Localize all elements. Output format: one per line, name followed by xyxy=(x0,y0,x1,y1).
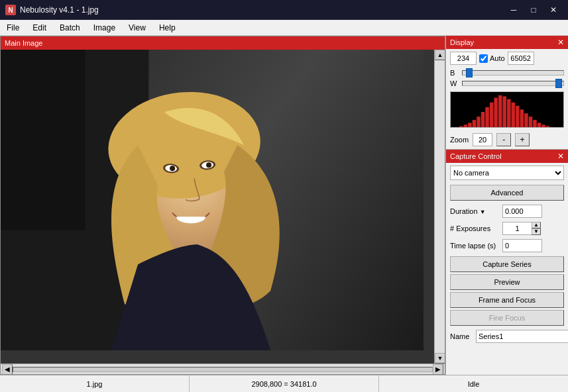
capture-section: Capture Control ✕ No camera Advanced Dur… xyxy=(446,150,568,345)
display-section: Display ✕ Auto B W xyxy=(446,36,568,150)
name-label: Name xyxy=(450,332,473,340)
zoom-minus-button[interactable]: - xyxy=(496,133,511,146)
w-label: W xyxy=(450,79,459,87)
status-bar: 1.jpg 2908,800 = 34181.0 Idle xyxy=(0,375,568,392)
fine-focus-button[interactable]: Fine Focus xyxy=(450,310,564,326)
black-slider-row: B xyxy=(446,68,568,78)
duration-row: Duration ▼ xyxy=(446,203,568,220)
white-slider-row: W xyxy=(446,78,568,89)
horizontal-scrollbar[interactable]: ◀ ▶ xyxy=(1,364,445,374)
zoom-plus-button[interactable]: + xyxy=(515,133,530,146)
exposures-input[interactable] xyxy=(502,222,532,235)
close-button[interactable]: ✕ xyxy=(544,3,563,17)
white-slider-thumb[interactable] xyxy=(555,79,562,88)
minimize-button[interactable]: ─ xyxy=(504,3,523,17)
white-slider-track[interactable] xyxy=(462,81,564,86)
image-panel-header: Main Image xyxy=(1,36,445,50)
status-filename: 1.jpg xyxy=(0,375,190,392)
capture-section-header: Capture Control ✕ xyxy=(446,150,568,163)
auto-checkbox-label[interactable]: Auto xyxy=(479,54,505,63)
scroll-left-button[interactable]: ◀ xyxy=(2,364,13,375)
frame-and-focus-button[interactable]: Frame and Focus xyxy=(450,292,564,308)
name-row: Name xyxy=(446,328,568,345)
exposures-spinner-buttons: ▲ ▼ xyxy=(532,222,541,235)
name-input[interactable] xyxy=(476,330,568,343)
duration-input[interactable] xyxy=(502,205,542,218)
status-idle: Idle xyxy=(379,375,568,392)
duration-dropdown-arrow[interactable]: ▼ xyxy=(480,209,486,215)
scroll-right-button[interactable]: ▶ xyxy=(433,364,443,375)
histogram xyxy=(450,91,564,128)
right-panel: Display ✕ Auto B W xyxy=(445,36,568,375)
zoom-row: Zoom - + xyxy=(446,130,568,149)
menu-edit[interactable]: Edit xyxy=(26,20,53,35)
image-canvas[interactable] xyxy=(1,50,434,350)
capture-close-button[interactable]: ✕ xyxy=(557,152,564,161)
app-icon: N xyxy=(5,5,16,15)
black-slider-track[interactable] xyxy=(462,70,564,75)
exposures-label: # Exposures xyxy=(450,224,500,232)
zoom-input[interactable] xyxy=(473,133,492,146)
title-bar: N Nebulosity v4.1 - 1.jpg ─ □ ✕ xyxy=(0,0,568,20)
menu-batch[interactable]: Batch xyxy=(53,20,87,35)
menu-bar: File Edit Batch Image View Help xyxy=(0,20,568,36)
camera-select-row: No camera xyxy=(446,163,568,183)
display-close-button[interactable]: ✕ xyxy=(557,38,564,47)
window-controls: ─ □ ✕ xyxy=(504,3,563,17)
exposures-down-button[interactable]: ▼ xyxy=(532,228,541,235)
window-title: Nebulosity v4.1 - 1.jpg xyxy=(20,5,504,15)
display-section-header: Display ✕ xyxy=(446,36,568,49)
main-layout: Main Image ▲ ▼ ◀ ▶ Display ✕ xyxy=(0,36,568,375)
preview-button[interactable]: Preview xyxy=(450,274,564,290)
capture-series-button[interactable]: Capture Series xyxy=(450,256,564,272)
black-point-input[interactable] xyxy=(450,52,477,65)
scroll-down-button[interactable]: ▼ xyxy=(435,353,445,364)
menu-view[interactable]: View xyxy=(122,20,152,35)
scroll-track[interactable] xyxy=(435,60,445,353)
b-label: B xyxy=(450,69,459,77)
zoom-label: Zoom xyxy=(450,136,469,144)
exposures-up-button[interactable]: ▲ xyxy=(532,222,541,228)
exposures-row: # Exposures ▲ ▼ xyxy=(446,220,568,237)
advanced-button[interactable]: Advanced xyxy=(450,185,564,201)
timelapse-label: Time lapse (s) xyxy=(450,242,500,250)
menu-file[interactable]: File xyxy=(0,20,26,35)
scroll-up-button[interactable]: ▲ xyxy=(435,50,445,60)
vertical-scrollbar[interactable]: ▲ ▼ xyxy=(434,50,445,364)
scroll-horizontal-track[interactable] xyxy=(13,367,433,372)
exposures-spinner: ▲ ▼ xyxy=(502,222,541,235)
timelapse-row: Time lapse (s) xyxy=(446,237,568,254)
menu-image[interactable]: Image xyxy=(87,20,122,35)
camera-select[interactable]: No camera xyxy=(450,166,564,180)
display-levels-row: Auto xyxy=(446,49,568,68)
white-point-input[interactable] xyxy=(508,52,534,65)
status-coordinates: 2908,800 = 34181.0 xyxy=(190,375,379,392)
menu-help[interactable]: Help xyxy=(152,20,182,35)
image-panel: Main Image ▲ ▼ ◀ ▶ xyxy=(0,36,445,375)
black-slider-thumb[interactable] xyxy=(466,68,473,77)
auto-checkbox[interactable] xyxy=(479,54,488,63)
maximize-button[interactable]: □ xyxy=(524,3,543,17)
duration-label: Duration ▼ xyxy=(450,207,500,215)
timelapse-input[interactable] xyxy=(502,239,542,252)
